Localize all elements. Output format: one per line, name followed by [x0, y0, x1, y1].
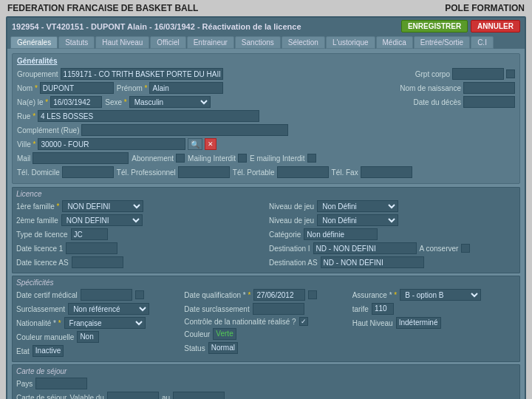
rue-input[interactable] — [38, 110, 259, 122]
tel-pro-input[interactable] — [178, 166, 230, 178]
tab-ustorique[interactable]: L'ustorique — [326, 36, 375, 49]
abonnement-checkbox[interactable] — [176, 154, 185, 163]
couleur-row: Couleur Verte — [184, 328, 347, 340]
generalites-section: Généralités Groupement Grpt corpo Nom — [12, 53, 520, 184]
nom-input[interactable] — [40, 82, 114, 94]
destination-as-input[interactable] — [321, 256, 424, 268]
grpt-corpo-checkbox[interactable] — [506, 69, 515, 78]
nationalite-row: Nationalité * Française — [16, 317, 180, 329]
tel-pro-label: Tél. Professionnel — [117, 168, 176, 177]
certif-label: Date certif médical — [16, 291, 78, 299]
grpt-corpo-input[interactable] — [452, 68, 504, 80]
complement-group: Complément (Rue) — [17, 124, 288, 136]
specificites-section: Spécificités Date certif médical Surclas… — [12, 276, 520, 362]
assurance-select[interactable]: B - option B — [400, 289, 481, 301]
niveau-jeu2-select[interactable]: Non Défini — [317, 214, 398, 226]
na-le-label: Na(e) le — [17, 98, 48, 106]
mailing-checkbox[interactable] — [238, 154, 247, 163]
mail-input[interactable] — [33, 152, 129, 164]
main-window: 192954 - VT420151 - DUPONT Alain - 16/03… — [6, 16, 526, 399]
naissance-input[interactable] — [463, 82, 515, 94]
categorie-input[interactable] — [304, 228, 378, 240]
carte-au-input[interactable] — [173, 392, 225, 399]
tab-selection[interactable]: Sélection — [282, 36, 325, 49]
carte-valable-du-input[interactable] — [107, 392, 159, 399]
qualification-input[interactable] — [253, 289, 305, 301]
tab-medica[interactable]: Médica — [376, 36, 413, 49]
ville-search-button[interactable]: 🔍 — [188, 138, 202, 150]
famille2-select[interactable]: NON DEFINI — [61, 214, 143, 226]
famille1-select[interactable]: NON DEFINI — [62, 200, 143, 212]
tarife-label: tarife — [352, 305, 369, 313]
niveau-jeu2-label: Niveau de jeu — [269, 216, 314, 225]
tab-generales[interactable]: Générales — [10, 36, 58, 49]
prenom-input[interactable] — [149, 82, 223, 94]
date-licence-as-row: Date licence AS — [16, 256, 263, 268]
tarife-value: 110 — [372, 303, 394, 315]
enregistrer-button[interactable]: ENREGISTRER — [401, 20, 468, 33]
qualification-label: Date qualification * — [184, 291, 250, 299]
pays-input[interactable] — [35, 378, 87, 389]
date-surclassement-input[interactable] — [253, 303, 304, 315]
deces-input[interactable] — [463, 96, 515, 108]
rue-group: Rue — [17, 110, 259, 122]
status-label: Status — [184, 344, 205, 352]
specificites-title: Spécificités — [16, 279, 516, 287]
tel-pro-group: Tél. Professionnel — [117, 166, 230, 178]
tab-statuts[interactable]: Statuts — [58, 36, 95, 49]
haut-niveau-row: Haut Niveau Indéterminé — [352, 317, 516, 329]
groupement-label: Groupement — [17, 70, 58, 78]
tab-ci[interactable]: C.I — [471, 36, 494, 49]
sexe-label: Sexe — [105, 98, 126, 106]
qualification-checkbox[interactable] — [308, 290, 317, 299]
na-le-group: Na(e) le — [17, 96, 102, 108]
federation-name: FEDERATION FRANCAISE DE BASKET BALL — [7, 3, 198, 13]
ville-input[interactable] — [38, 138, 185, 150]
famille2-label: 2ème famille — [16, 216, 58, 225]
emailing-label: E mailing Interdit — [250, 154, 304, 163]
destination-as-row: Destination AS — [269, 256, 516, 268]
ville-group: Ville 🔍 ✕ — [17, 138, 216, 150]
type-licence-input[interactable] — [71, 228, 108, 240]
complement-row: Complément (Rue) — [17, 124, 515, 136]
a-conserver-checkbox[interactable] — [461, 244, 470, 253]
date-licence-as-input[interactable] — [72, 256, 123, 268]
date-licence1-input[interactable] — [66, 242, 117, 254]
tel-domicile-input[interactable] — [62, 166, 114, 178]
destination1-row: Destination I A conserver — [269, 242, 516, 254]
tel-fax-input[interactable] — [361, 166, 412, 178]
haut-niveau-label: Haut Niveau — [352, 319, 393, 327]
certif-input[interactable] — [81, 289, 132, 301]
tel-fax-group: Tél. Fax — [332, 166, 412, 178]
na-le-input[interactable] — [50, 96, 102, 108]
tab-haut-niveau[interactable]: Haut Niveau — [95, 36, 149, 49]
na-le-row: Na(e) le Sexe Masculin Féminin Date du d… — [17, 96, 515, 108]
tab-entraineur[interactable]: Entraineur — [187, 36, 234, 49]
grpt-corpo-label: Grpt corpo — [415, 70, 450, 78]
naissance-label: Nom de naissance — [400, 84, 461, 92]
haut-niveau-value: Indéterminé — [396, 317, 441, 329]
nationalite-select[interactable]: Française — [64, 317, 146, 329]
abonnement-label: Abonnement — [132, 154, 174, 163]
surclassement-select[interactable]: Non référencé — [68, 303, 149, 315]
tab-officiel[interactable]: Officiel — [150, 36, 185, 49]
sexe-select[interactable]: Masculin Féminin — [129, 96, 211, 108]
tab-entree-sortie[interactable]: Entrée/Sortie — [414, 36, 470, 49]
niveau-jeu1-select[interactable]: Non Défini — [317, 200, 398, 212]
controle-checkbox[interactable] — [299, 317, 308, 326]
carte-sejour-row: Carte de séjour Valable du au — [16, 392, 516, 399]
ville-clear-button[interactable]: ✕ — [205, 138, 216, 150]
surclassement-label: Surclassement — [16, 305, 65, 313]
certif-checkbox[interactable] — [135, 290, 144, 299]
annuler-button[interactable]: ANNULER — [471, 20, 520, 33]
destination1-input[interactable] — [313, 242, 417, 254]
date-licence1-row: Date licence 1 — [16, 242, 263, 254]
tab-sanctions[interactable]: Sanctions — [235, 36, 281, 49]
groupement-input[interactable] — [61, 68, 223, 80]
emailing-checkbox[interactable] — [307, 154, 316, 163]
type-licence-label: Type de licence — [16, 231, 68, 239]
complement-input[interactable] — [81, 124, 288, 136]
a-conserver-label: A conserver — [420, 245, 459, 253]
ville-label: Ville — [17, 140, 35, 149]
tel-portable-input[interactable] — [277, 166, 329, 178]
